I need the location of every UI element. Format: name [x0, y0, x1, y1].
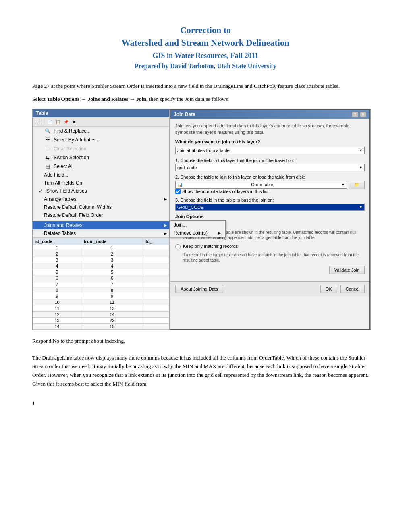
find-icon: 🔍: [44, 128, 51, 134]
menu-item-show-aliases[interactable]: ✓ Show Field Aliases: [33, 187, 169, 195]
cell-from: 15: [81, 324, 143, 330]
show-tables-checkbox[interactable]: [175, 189, 181, 194]
join-type-dropdown[interactable]: Join attributes from a table ▼: [175, 147, 365, 154]
cell-from: 22: [81, 318, 143, 324]
close-button[interactable]: ✕: [360, 112, 366, 117]
cell-from: 5: [81, 269, 143, 275]
browse-table-button[interactable]: 📁: [349, 181, 365, 189]
join-step2: 2. Choose the table to join to this laye…: [175, 175, 365, 194]
table-row: 44: [33, 263, 169, 269]
cell-from: 1: [81, 245, 143, 251]
menu-item-turn-fields-on[interactable]: Turn All Fields On: [33, 179, 169, 187]
cell-to: [143, 269, 169, 275]
cell-to: [143, 305, 169, 312]
toolbar-separator-1: [44, 119, 44, 125]
switch-icon: ⇆: [44, 154, 51, 161]
cell-from: 14: [81, 312, 143, 318]
submenu-join[interactable]: Join...: [170, 221, 225, 229]
joins-submenu: Join... Remove Join(s): [169, 220, 226, 237]
submenu-remove-join[interactable]: Remove Join(s): [170, 229, 225, 237]
select-attr-icon: ☷: [44, 137, 51, 143]
check-mark: ✓: [37, 188, 44, 194]
cell-to: [143, 281, 169, 287]
table-row: 66: [33, 275, 169, 281]
menu-items: 🔍 Find & Replace... ☷ Select By Attribut…: [33, 127, 169, 237]
table-toolbar: ☰ 📄 📋 📌 ✖: [33, 117, 169, 127]
cell-to: [143, 287, 169, 293]
menu-item-switch-selection[interactable]: ⇆ Switch Selection: [33, 153, 169, 162]
step1-label: 1. Choose the field in this layer that t…: [175, 158, 365, 163]
toolbar-paste-icon[interactable]: 📌: [63, 118, 69, 125]
join-footer: About Joining Data OK Cancel: [170, 281, 369, 296]
join-options-label: Join Options: [175, 214, 365, 219]
instruction-line: Select Table Options → Joins and Relates…: [32, 96, 379, 102]
join-step1: 1. Choose the field in this layer that t…: [175, 158, 365, 171]
cell-id: 8: [33, 287, 81, 293]
table-panel-title: Table: [33, 109, 169, 117]
clear-icon: □: [44, 145, 51, 152]
ok-cancel-row: OK Cancel: [320, 285, 365, 293]
table-row: 77: [33, 281, 169, 287]
attribute-table: id_code from_node to_ 112233445566778899…: [33, 238, 169, 330]
option2-radio[interactable]: [175, 244, 181, 249]
table-data: id_code from_node to_ 112233445566778899…: [33, 237, 169, 330]
option2-row: Keep only matching records: [175, 243, 365, 249]
about-join-button[interactable]: About Joining Data: [175, 285, 223, 293]
col-header-to: to_: [143, 238, 169, 245]
menu-item-find[interactable]: 🔍 Find & Replace...: [33, 127, 169, 135]
menu-item-related-tables[interactable]: Related Tables: [33, 229, 169, 237]
cell-to: [143, 324, 169, 330]
cell-from: 3: [81, 257, 143, 263]
toolbar-copy-icon[interactable]: 📋: [55, 118, 61, 125]
cell-from: 11: [81, 299, 143, 305]
table-panel: Table ☰ 📄 📋 📌 ✖ 🔍 Find & Replace... ☷ Se…: [33, 109, 170, 330]
menu-item-restore-field-order[interactable]: Restore Default Field Order: [33, 211, 169, 219]
cell-id: 11: [33, 305, 81, 312]
cell-from: 8: [81, 287, 143, 293]
page-content: Correction to Watershed and Stream Netwo…: [32, 24, 379, 407]
cell-to: [143, 318, 169, 324]
cell-from: 2: [81, 251, 143, 257]
table-row: 1214: [33, 312, 169, 318]
menu-item-add-field[interactable]: Add Field...: [33, 171, 169, 179]
table-row: 1415: [33, 324, 169, 330]
toolbar-options-icon[interactable]: ☰: [35, 118, 42, 125]
cell-id: 6: [33, 275, 81, 281]
option2-label: Keep only matching records: [183, 243, 238, 249]
step2-dropdown[interactable]: 📊 OrderTable ▼: [175, 181, 347, 189]
step2-label: 2. Choose the table to join to this laye…: [175, 175, 365, 179]
table-row: 33: [33, 257, 169, 263]
table-row: 11: [33, 245, 169, 251]
cell-to: [143, 257, 169, 263]
table-row: 55: [33, 269, 169, 275]
menu-item-select-all[interactable]: ▤ Select All: [33, 162, 169, 171]
step1-arrow: ▼: [359, 166, 363, 170]
step2-row: 📊 OrderTable ▼ 📁: [175, 181, 365, 189]
page-footer: The DrainageLine table now displays many…: [32, 353, 379, 388]
table-row: 1322: [33, 318, 169, 324]
cancel-button[interactable]: Cancel: [340, 285, 365, 293]
option2-desc: If a record in the target table doesn't …: [183, 252, 365, 263]
paragraph3: The DrainageLine table now displays many…: [32, 353, 379, 388]
join-body: Join lets you append additional data to …: [170, 119, 369, 281]
menu-item-arrange-tables[interactable]: Arrange Tables: [33, 195, 169, 203]
menu-item-joins-relates[interactable]: Joins and Relates: [33, 221, 169, 229]
menu-item-select-by-attr[interactable]: ☷ Select By Attributes...: [33, 135, 169, 144]
toolbar-delete-icon[interactable]: ✖: [71, 118, 77, 125]
cell-to: [143, 275, 169, 281]
menu-item-clear-selection[interactable]: □ Clear Selection: [33, 144, 169, 153]
join-question: What do you want to join to this layer?: [175, 139, 365, 144]
col-header-id: id_code: [33, 238, 81, 245]
toolbar-add-icon[interactable]: 📄: [47, 118, 53, 125]
help-button[interactable]: ?: [352, 112, 358, 117]
validate-join-button[interactable]: Validate Join: [329, 266, 365, 274]
screenshot-area: Table ☰ 📄 📋 📌 ✖ 🔍 Find & Replace... ☷ Se…: [32, 109, 371, 330]
menu-item-restore-col-widths[interactable]: Restore Default Column Widths: [33, 203, 169, 211]
step1-dropdown[interactable]: grid_code ▼: [175, 164, 365, 171]
step3-dropdown[interactable]: GRID_CODE ▼: [175, 204, 365, 211]
cell-from: 4: [81, 263, 143, 269]
ok-button[interactable]: OK: [320, 285, 337, 293]
cell-id: 10: [33, 299, 81, 305]
join-title: Join Data: [174, 112, 195, 117]
col-header-from: from_node: [81, 238, 143, 245]
